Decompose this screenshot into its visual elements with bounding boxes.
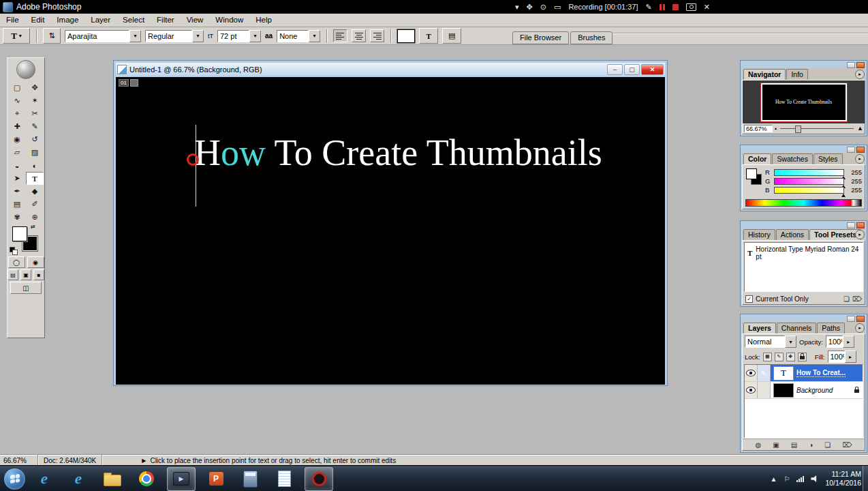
status-doc-size[interactable]: Doc: 2.64M/340K xyxy=(38,455,102,466)
recorder-camera-icon[interactable] xyxy=(686,3,696,11)
align-center-button[interactable] xyxy=(352,29,366,42)
taskbar-internet-explorer-2[interactable]: e xyxy=(65,468,92,490)
menu-layer[interactable]: Layer xyxy=(84,14,117,27)
recorder-magnifier-icon[interactable]: ⊙ xyxy=(540,0,546,14)
menu-window[interactable]: Window xyxy=(209,14,249,27)
panel-menu-icon[interactable]: ▸ xyxy=(855,154,865,164)
tool-notes[interactable]: ▤ xyxy=(8,198,26,211)
red-slider[interactable] xyxy=(774,169,844,176)
tool-move[interactable]: ✥ xyxy=(26,81,44,94)
tab-swatches[interactable]: Swatches xyxy=(772,153,813,164)
taskbar-powerpoint[interactable]: P xyxy=(202,468,230,490)
panel-close-button[interactable] xyxy=(856,316,865,322)
add-mask-icon[interactable]: ▣ xyxy=(773,441,779,449)
show-hidden-icons[interactable]: ▲ xyxy=(771,475,777,483)
toggle-palettes-button[interactable]: ▤ xyxy=(442,28,461,44)
menu-edit[interactable]: Edit xyxy=(25,14,51,27)
swap-colors-icon[interactable]: ⇄ xyxy=(31,224,35,230)
tab-navigator[interactable]: Navigator xyxy=(743,69,786,80)
slider-arrow-icon[interactable]: ▸ xyxy=(843,336,854,348)
font-family-select[interactable]: Aparajita ▾ xyxy=(65,30,141,42)
menu-help[interactable]: Help xyxy=(249,14,278,27)
delete-layer-icon[interactable]: ⌦ xyxy=(842,441,852,449)
slider-arrow-icon[interactable]: ▸ xyxy=(845,351,856,363)
tool-eraser[interactable]: ▱ xyxy=(8,146,26,159)
panel-menu-icon[interactable]: ▸ xyxy=(855,70,865,79)
recorder-move-icon[interactable]: ✥ xyxy=(527,0,533,14)
start-button[interactable] xyxy=(4,468,25,490)
layer-name[interactable]: Background xyxy=(796,387,833,394)
recorder-pause-button[interactable] xyxy=(660,4,665,10)
clock[interactable]: 11:21 AM 10/14/2016 xyxy=(825,470,861,488)
align-right-button[interactable] xyxy=(370,29,384,42)
new-layer-icon[interactable]: ❏ xyxy=(824,441,831,449)
collapse-button[interactable] xyxy=(847,222,855,228)
show-desktop-button[interactable] xyxy=(863,466,868,491)
canvas[interactable]: 01 How To Create Thumbnails xyxy=(116,77,665,385)
foreground-color-swatch[interactable] xyxy=(746,168,757,179)
green-value[interactable]: 255 xyxy=(847,177,862,185)
tool-blur[interactable]: ◒ xyxy=(8,159,26,172)
minimize-button[interactable]: – xyxy=(607,64,623,75)
taskbar-chrome[interactable] xyxy=(133,468,160,490)
menu-view[interactable]: View xyxy=(181,14,210,27)
panel-menu-icon[interactable]: ▸ xyxy=(855,323,865,333)
layer-row-background[interactable]: Background xyxy=(745,382,863,399)
navigator-thumbnail[interactable]: How To Create Thumbnails xyxy=(761,83,847,121)
visibility-cell[interactable] xyxy=(745,365,758,381)
quick-mask-mode-button[interactable]: ◉ xyxy=(27,256,44,268)
chevron-down-icon[interactable]: ▾ xyxy=(785,336,796,348)
eye-icon[interactable] xyxy=(746,387,756,393)
type-color-swatch[interactable] xyxy=(397,29,415,43)
lock-position-checkbox[interactable]: ✥ xyxy=(786,353,795,361)
default-colors-icon[interactable] xyxy=(10,247,17,254)
tab-info[interactable]: Info xyxy=(786,69,808,80)
chevron-down-icon[interactable]: ▾ xyxy=(129,30,141,42)
recorder-close-icon[interactable]: ✕ xyxy=(704,0,710,14)
taskbar-notepad[interactable] xyxy=(270,468,298,490)
visibility-cell[interactable] xyxy=(745,382,758,398)
eye-icon[interactable] xyxy=(746,370,756,376)
chevron-down-icon[interactable]: ▾ xyxy=(309,30,320,42)
tool-clone-stamp[interactable]: ◉ xyxy=(8,133,26,146)
collapse-button[interactable] xyxy=(847,62,855,68)
taskbar-file-explorer[interactable] xyxy=(99,468,126,490)
red-value[interactable]: 255 xyxy=(847,168,862,176)
panel-menu-icon[interactable]: ▸ xyxy=(855,230,865,239)
taskbar-internet-explorer[interactable]: e xyxy=(31,468,58,490)
font-style-select[interactable]: Regular ▾ xyxy=(145,30,204,42)
tool-brush[interactable]: ✎ xyxy=(26,120,44,133)
tool-history-brush[interactable]: ↺ xyxy=(26,133,44,146)
layer-row-text[interactable]: ✎ T How To Creat... xyxy=(745,365,863,382)
font-size-select[interactable]: 72 pt ▾ xyxy=(217,30,261,42)
color-spectrum-ramp[interactable] xyxy=(745,199,862,207)
tab-color[interactable]: Color xyxy=(743,153,771,164)
tool-type[interactable]: T xyxy=(26,172,44,185)
recorder-dropdown-icon[interactable]: ▾ xyxy=(515,0,519,14)
close-button[interactable]: ✕ xyxy=(641,64,664,75)
tab-channels[interactable]: Channels xyxy=(777,323,816,333)
standard-screen-button[interactable]: ▤ xyxy=(7,269,18,280)
panel-close-button[interactable] xyxy=(856,147,865,153)
blend-mode-select[interactable]: Normal ▾ xyxy=(745,336,796,348)
tool-slice[interactable]: ✂ xyxy=(26,107,44,120)
tool-hand[interactable]: ✾ xyxy=(8,211,26,224)
delete-preset-icon[interactable]: ⌦ xyxy=(852,295,862,303)
warp-text-button[interactable]: T xyxy=(419,28,438,44)
blue-value[interactable]: 255 xyxy=(847,186,862,194)
tool-gradient[interactable]: ▨ xyxy=(26,146,44,159)
collapse-button[interactable] xyxy=(847,316,855,322)
collapse-button[interactable] xyxy=(847,147,855,153)
navigator-zoom-value[interactable]: 66.67% xyxy=(744,125,773,132)
tool-healing-brush[interactable]: ✚ xyxy=(8,120,26,133)
maximize-button[interactable]: ▢ xyxy=(624,64,640,75)
standard-mode-button[interactable]: ◯ xyxy=(8,256,25,268)
document-titlebar[interactable]: Untitled-1 @ 66.7% (Background, RGB) – ▢… xyxy=(116,63,665,76)
anti-alias-select[interactable]: None ▾ xyxy=(277,30,320,42)
canvas-text[interactable]: How To Create Thumbnails xyxy=(194,133,602,173)
chevron-down-icon[interactable]: ▾ xyxy=(249,30,261,42)
panel-close-button[interactable] xyxy=(856,62,865,68)
align-left-button[interactable] xyxy=(333,29,347,42)
tool-lasso[interactable]: ∿ xyxy=(8,94,26,107)
tool-dodge[interactable]: ◐ xyxy=(26,159,44,172)
